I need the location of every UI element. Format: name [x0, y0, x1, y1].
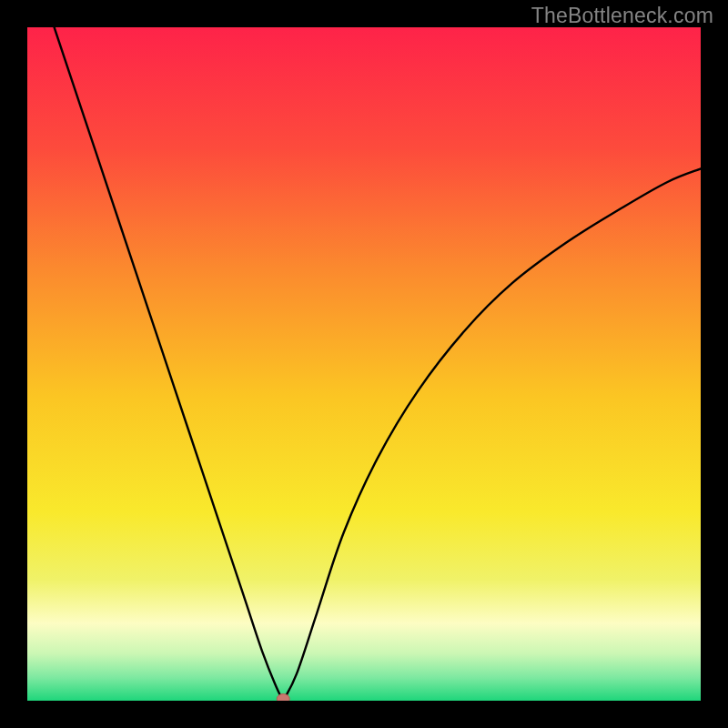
gradient-background [27, 27, 701, 701]
chart-plot-area [27, 27, 701, 701]
minimum-marker [277, 694, 289, 702]
chart-frame: TheBottleneck.com [0, 0, 728, 728]
chart-svg [27, 27, 701, 701]
watermark-text: TheBottleneck.com [531, 4, 713, 28]
